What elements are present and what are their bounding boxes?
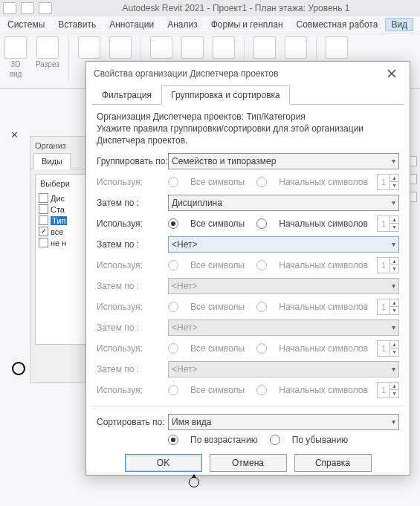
ribbon-item[interactable]: [181, 36, 204, 59]
tab-massing[interactable]: Формы и генплан: [205, 18, 289, 31]
label-then-by: Затем по :: [97, 322, 168, 333]
checkbox[interactable]: [39, 238, 48, 247]
combo-value: Семейство и типоразмер: [172, 156, 276, 166]
label-sort-by: Сортировать по:: [97, 417, 168, 427]
chevron-down-icon: ▾: [392, 198, 395, 207]
combo-then-by-active[interactable]: <Нет>▾: [168, 236, 399, 253]
tab-insert[interactable]: Вставить: [52, 18, 102, 31]
tab-filter[interactable]: Фильтрация: [92, 85, 161, 105]
tab-grouping[interactable]: Группировка и сортировка: [161, 85, 290, 105]
checkbox[interactable]: [39, 227, 48, 236]
dialog-tabs: Фильтрация Группировка и сортировка: [92, 85, 404, 105]
intro-heading: Организация Диспетчера проектов: Тип/Кат…: [97, 111, 399, 123]
ribbon-separator: [68, 36, 69, 81]
cancel-button[interactable]: Отмена: [210, 454, 287, 472]
qat-icon[interactable]: [21, 2, 34, 14]
tab-collab[interactable]: Совместная работа: [291, 18, 384, 31]
ribbon-item[interactable]: [253, 36, 276, 59]
busy-cursor-icon: [189, 477, 198, 486]
radio-all-label: Все символы: [190, 385, 245, 395]
combo-group-by[interactable]: Семейство и типоразмер▾: [168, 153, 399, 169]
tree-label: Тип: [51, 216, 67, 225]
ribbon-3d[interactable]: 3D вид: [4, 36, 27, 78]
close-icon[interactable]: ✕: [10, 129, 19, 140]
ribbon-3d-label2: вид: [10, 70, 22, 78]
titlebar: Autodesk Revit 2021 - Проект1 - План эта…: [0, 0, 420, 16]
combo-value: <Нет>: [172, 281, 197, 291]
combo-sort-by[interactable]: Имя вида▾: [168, 414, 399, 430]
ribbon-item[interactable]: [150, 36, 172, 59]
separator: [92, 406, 404, 406]
combo-value: Дисциплина: [172, 198, 222, 208]
chevron-down-icon: ▾: [392, 282, 395, 290]
combo-value: <Нет>: [172, 364, 197, 374]
ribbon-item[interactable]: [109, 36, 132, 59]
ribbon-item[interactable]: [285, 36, 307, 59]
section-icon: [36, 36, 59, 59]
ribbon-section[interactable]: Разрез: [36, 36, 59, 68]
ribbon-3d-label: 3D: [11, 60, 21, 68]
tab-analyze[interactable]: Анализ: [161, 18, 204, 31]
checkbox[interactable]: [39, 204, 48, 214]
spin-value: 1: [378, 175, 390, 189]
label-then-by: Затем по :: [97, 239, 168, 250]
radio-descending[interactable]: [270, 435, 280, 445]
chevron-down-icon: ▾: [392, 240, 395, 248]
label-using: Используя:: [97, 343, 168, 354]
radio-all[interactable]: [168, 218, 178, 229]
radio-all: [168, 302, 178, 312]
checkbox[interactable]: [39, 193, 48, 203]
tool-icon: [213, 36, 235, 59]
qat-icon[interactable]: [3, 2, 16, 14]
radio-first: [256, 260, 267, 270]
combo-value: <Нет>: [172, 322, 197, 333]
chevron-down-icon: ▾: [392, 323, 395, 331]
tool-icon: [285, 36, 307, 59]
chevron-down-icon: ▾: [392, 418, 395, 426]
close-button[interactable]: [381, 65, 402, 82]
help-button[interactable]: Справка: [294, 454, 372, 472]
tab-annotate[interactable]: Аннотации: [103, 18, 160, 31]
combo-then-by[interactable]: Дисциплина▾: [168, 195, 399, 211]
combo-then-by: <Нет>▾: [168, 361, 399, 377]
combo-value: Имя вида: [172, 417, 211, 427]
radio-first-label: Начальных символов: [279, 302, 368, 312]
radio-all: [168, 177, 178, 187]
chevron-down-icon: ▾: [392, 157, 395, 165]
tree-label: все: [51, 227, 63, 236]
ribbon-item[interactable]: [213, 36, 235, 59]
combo-then-by: <Нет>▾: [168, 278, 399, 294]
ribbon-item[interactable]: [78, 36, 100, 59]
tree-label: Ста: [51, 205, 65, 214]
label-then-by: Затем по :: [97, 364, 168, 374]
tab-systems[interactable]: Системы: [1, 18, 51, 31]
radio-ascending[interactable]: [168, 435, 178, 445]
radio-first-label: Начальных символов: [279, 218, 368, 229]
app-title: Autodesk Revit 2021 - Проект1 - План эта…: [52, 3, 420, 13]
cube-icon: [4, 36, 27, 59]
radio-all-label: Все символы: [190, 302, 245, 312]
tool-icon: [78, 36, 100, 59]
spin-count: 1▲▼: [377, 382, 399, 398]
ok-button[interactable]: OK: [125, 454, 202, 472]
spin-value: 1: [378, 299, 390, 314]
dialog-title: Свойства организации Диспетчера проектов: [94, 68, 278, 79]
radio-all: [168, 260, 178, 270]
ribbon-tabs: Системы Вставить Аннотации Анализ Формы …: [0, 16, 420, 33]
dialog-intro: Организация Диспетчера проектов: Тип/Кат…: [97, 111, 399, 147]
label-using: Используя:: [97, 385, 168, 395]
radio-first[interactable]: [256, 218, 267, 229]
radio-all-label: Все символы: [190, 218, 245, 229]
panel-tab-views[interactable]: Виды: [33, 153, 71, 169]
tool-icon: [326, 36, 348, 59]
spin-value: 1: [378, 258, 390, 273]
tool-icon: [150, 36, 172, 59]
radio-all: [168, 343, 178, 354]
radio-first: [256, 343, 267, 354]
tab-view[interactable]: Вид: [385, 18, 413, 31]
spin-count: 1▲▼: [377, 174, 399, 190]
radio-all: [168, 385, 178, 395]
spin-count: 1▲▼: [377, 215, 399, 232]
checkbox[interactable]: [39, 215, 48, 225]
qat-icon[interactable]: [39, 2, 52, 14]
